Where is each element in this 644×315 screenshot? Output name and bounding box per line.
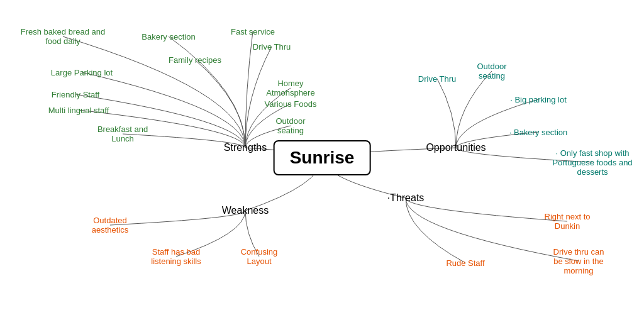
weakness-2: Staff has badlistening skills	[151, 247, 201, 266]
weakness-3: ConfusingLayout	[241, 247, 278, 266]
weakness-1: Outdatedaesthetics	[92, 216, 129, 235]
strength-4: Drive Thru	[253, 42, 291, 52]
strength-10: HomeyAtmohsphere	[266, 79, 314, 97]
strength-12: Outdoorseating	[276, 116, 306, 135]
strength-6: Large Parking lot	[51, 68, 113, 77]
opportunity-2: Outdoorseating	[477, 62, 507, 80]
center-label: Sunrise	[290, 148, 355, 167]
threat-3: Drive thru canbe slow in themorning	[553, 247, 604, 275]
strength-1: Fresh baked bread andfood daily	[21, 27, 105, 46]
opportunity-4: · Bakery section	[509, 128, 568, 137]
strength-11: Various Foods	[265, 99, 317, 109]
strength-8: Multi lingual staff	[48, 106, 109, 115]
strengths-label: Strengths	[224, 142, 267, 153]
opportunities-label: Opportunities	[426, 142, 486, 153]
strength-7: Friendly Staff	[52, 90, 99, 99]
opportunity-3: · Big parking lot	[510, 95, 567, 104]
center-node: Sunrise	[274, 140, 371, 175]
opportunity-1: Drive Thru	[418, 74, 456, 84]
strength-3: Fast service	[231, 27, 275, 36]
opportunity-5: · Only fast shop withPortuguese foods an…	[552, 148, 632, 177]
weakness-label: Weakness	[222, 205, 269, 216]
threat-1: Rude Staff	[446, 258, 484, 268]
strength-9: Breakfast andLunch	[97, 124, 148, 143]
threat-2: Right next toDunkin	[545, 212, 591, 231]
strength-2: Bakery section	[142, 32, 195, 41]
strength-5: Family recipes	[169, 55, 221, 65]
threats-label: ·Threats	[387, 192, 425, 204]
